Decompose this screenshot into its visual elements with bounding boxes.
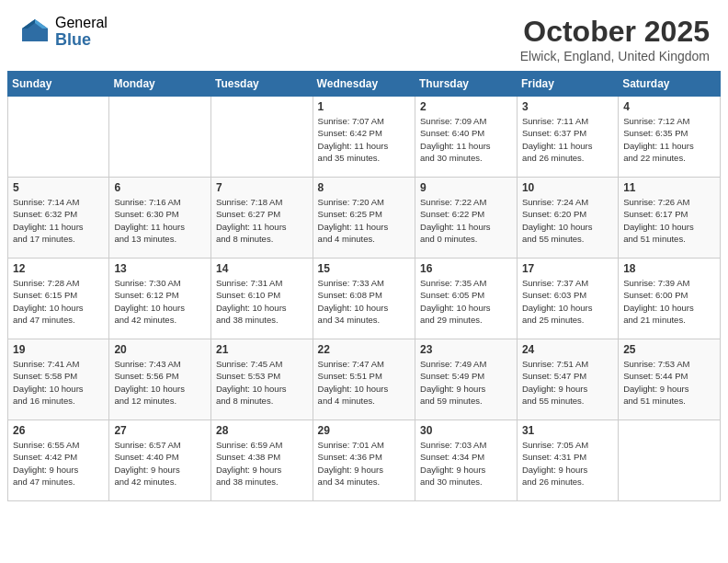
calendar-cell: 26Sunrise: 6:55 AM Sunset: 4:42 PM Dayli…	[8, 420, 109, 501]
day-number: 6	[114, 181, 206, 194]
day-number: 11	[623, 181, 715, 194]
day-info: Sunrise: 7:03 AM Sunset: 4:34 PM Dayligh…	[420, 439, 512, 488]
day-number: 1	[318, 100, 410, 113]
calendar-cell: 15Sunrise: 7:33 AM Sunset: 6:08 PM Dayli…	[313, 259, 415, 339]
day-number: 3	[522, 100, 613, 113]
day-info: Sunrise: 7:43 AM Sunset: 5:56 PM Dayligh…	[114, 358, 206, 407]
day-info: Sunrise: 7:20 AM Sunset: 6:25 PM Dayligh…	[318, 196, 410, 245]
logo-general: General	[55, 15, 108, 31]
calendar-cell: 3Sunrise: 7:11 AM Sunset: 6:37 PM Daylig…	[517, 97, 618, 178]
day-number: 28	[216, 424, 308, 437]
calendar-cell: 20Sunrise: 7:43 AM Sunset: 5:56 PM Dayli…	[109, 339, 211, 420]
day-number: 10	[522, 181, 613, 194]
calendar-cell	[109, 97, 211, 178]
calendar-cell	[8, 97, 109, 178]
logo: General Blue	[18, 15, 108, 49]
day-number: 2	[420, 100, 512, 113]
calendar-cell: 13Sunrise: 7:30 AM Sunset: 6:12 PM Dayli…	[109, 259, 211, 339]
calendar-wrapper: Sunday Monday Tuesday Wednesday Thursday…	[0, 71, 728, 509]
col-monday: Monday	[109, 72, 211, 97]
calendar-cell: 31Sunrise: 7:05 AM Sunset: 4:31 PM Dayli…	[517, 420, 618, 501]
day-info: Sunrise: 6:55 AM Sunset: 4:42 PM Dayligh…	[13, 439, 104, 488]
calendar-cell: 27Sunrise: 6:57 AM Sunset: 4:40 PM Dayli…	[109, 420, 211, 501]
calendar-cell	[619, 420, 721, 501]
day-info: Sunrise: 7:26 AM Sunset: 6:17 PM Dayligh…	[623, 196, 715, 245]
day-info: Sunrise: 7:47 AM Sunset: 5:51 PM Dayligh…	[318, 358, 410, 407]
calendar-week-3: 19Sunrise: 7:41 AM Sunset: 5:58 PM Dayli…	[8, 339, 721, 420]
calendar-week-0: 1Sunrise: 7:07 AM Sunset: 6:42 PM Daylig…	[8, 97, 721, 178]
day-info: Sunrise: 7:33 AM Sunset: 6:08 PM Dayligh…	[318, 277, 410, 326]
calendar-cell: 8Sunrise: 7:20 AM Sunset: 6:25 PM Daylig…	[313, 178, 415, 259]
day-number: 7	[216, 181, 308, 194]
day-number: 22	[318, 343, 410, 356]
calendar-cell: 9Sunrise: 7:22 AM Sunset: 6:22 PM Daylig…	[415, 178, 518, 259]
logo-text: General Blue	[55, 15, 108, 49]
day-info: Sunrise: 7:14 AM Sunset: 6:32 PM Dayligh…	[13, 196, 104, 245]
day-info: Sunrise: 7:01 AM Sunset: 4:36 PM Dayligh…	[318, 439, 410, 488]
day-info: Sunrise: 7:37 AM Sunset: 6:03 PM Dayligh…	[522, 277, 613, 326]
calendar-cell: 7Sunrise: 7:18 AM Sunset: 6:27 PM Daylig…	[210, 178, 313, 259]
day-number: 31	[522, 424, 613, 437]
logo-blue: Blue	[55, 31, 108, 50]
day-number: 30	[420, 424, 512, 437]
day-number: 15	[318, 262, 410, 275]
day-info: Sunrise: 7:18 AM Sunset: 6:27 PM Dayligh…	[216, 196, 308, 245]
day-info: Sunrise: 7:11 AM Sunset: 6:37 PM Dayligh…	[522, 115, 613, 164]
day-number: 5	[13, 181, 104, 194]
day-number: 17	[522, 262, 613, 275]
calendar-cell: 14Sunrise: 7:31 AM Sunset: 6:10 PM Dayli…	[210, 259, 313, 339]
day-number: 14	[216, 262, 308, 275]
calendar-cell: 11Sunrise: 7:26 AM Sunset: 6:17 PM Dayli…	[619, 178, 721, 259]
day-number: 9	[420, 181, 512, 194]
calendar-cell: 22Sunrise: 7:47 AM Sunset: 5:51 PM Dayli…	[313, 339, 415, 420]
day-info: Sunrise: 6:59 AM Sunset: 4:38 PM Dayligh…	[216, 439, 308, 488]
day-info: Sunrise: 7:22 AM Sunset: 6:22 PM Dayligh…	[420, 196, 512, 245]
day-number: 25	[623, 343, 715, 356]
month-title: October 2025	[520, 15, 710, 49]
calendar-cell: 12Sunrise: 7:28 AM Sunset: 6:15 PM Dayli…	[8, 259, 109, 339]
page-header: General Blue October 2025 Elwick, Englan…	[0, 0, 728, 71]
col-thursday: Thursday	[415, 72, 518, 97]
day-info: Sunrise: 7:07 AM Sunset: 6:42 PM Dayligh…	[318, 115, 410, 164]
day-number: 20	[114, 343, 206, 356]
day-number: 12	[13, 262, 104, 275]
calendar-cell: 21Sunrise: 7:45 AM Sunset: 5:53 PM Dayli…	[210, 339, 313, 420]
day-info: Sunrise: 7:53 AM Sunset: 5:44 PM Dayligh…	[623, 358, 715, 407]
calendar-cell: 23Sunrise: 7:49 AM Sunset: 5:49 PM Dayli…	[415, 339, 518, 420]
day-number: 13	[114, 262, 206, 275]
day-number: 18	[623, 262, 715, 275]
calendar-table: Sunday Monday Tuesday Wednesday Thursday…	[7, 71, 721, 501]
logo-icon	[18, 16, 51, 49]
calendar-cell: 2Sunrise: 7:09 AM Sunset: 6:40 PM Daylig…	[415, 97, 518, 178]
day-info: Sunrise: 7:49 AM Sunset: 5:49 PM Dayligh…	[420, 358, 512, 407]
calendar-cell: 16Sunrise: 7:35 AM Sunset: 6:05 PM Dayli…	[415, 259, 518, 339]
calendar-week-1: 5Sunrise: 7:14 AM Sunset: 6:32 PM Daylig…	[8, 178, 721, 259]
calendar-cell: 19Sunrise: 7:41 AM Sunset: 5:58 PM Dayli…	[8, 339, 109, 420]
day-info: Sunrise: 7:39 AM Sunset: 6:00 PM Dayligh…	[623, 277, 715, 326]
day-info: Sunrise: 7:30 AM Sunset: 6:12 PM Dayligh…	[114, 277, 206, 326]
day-info: Sunrise: 7:24 AM Sunset: 6:20 PM Dayligh…	[522, 196, 613, 245]
calendar-cell: 18Sunrise: 7:39 AM Sunset: 6:00 PM Dayli…	[619, 259, 721, 339]
header-row: Sunday Monday Tuesday Wednesday Thursday…	[8, 72, 721, 97]
day-number: 29	[318, 424, 410, 437]
day-number: 26	[13, 424, 104, 437]
col-saturday: Saturday	[619, 72, 721, 97]
day-number: 16	[420, 262, 512, 275]
day-info: Sunrise: 7:05 AM Sunset: 4:31 PM Dayligh…	[522, 439, 613, 488]
calendar-cell	[210, 97, 313, 178]
calendar-cell: 29Sunrise: 7:01 AM Sunset: 4:36 PM Dayli…	[313, 420, 415, 501]
day-number: 27	[114, 424, 206, 437]
day-number: 24	[522, 343, 613, 356]
day-number: 8	[318, 181, 410, 194]
calendar-header: Sunday Monday Tuesday Wednesday Thursday…	[8, 72, 721, 97]
day-info: Sunrise: 7:35 AM Sunset: 6:05 PM Dayligh…	[420, 277, 512, 326]
calendar-week-4: 26Sunrise: 6:55 AM Sunset: 4:42 PM Dayli…	[8, 420, 721, 501]
calendar-cell: 17Sunrise: 7:37 AM Sunset: 6:03 PM Dayli…	[517, 259, 618, 339]
day-info: Sunrise: 7:28 AM Sunset: 6:15 PM Dayligh…	[13, 277, 104, 326]
calendar-cell: 30Sunrise: 7:03 AM Sunset: 4:34 PM Dayli…	[415, 420, 518, 501]
day-number: 21	[216, 343, 308, 356]
col-friday: Friday	[517, 72, 618, 97]
calendar-cell: 25Sunrise: 7:53 AM Sunset: 5:44 PM Dayli…	[619, 339, 721, 420]
day-info: Sunrise: 7:09 AM Sunset: 6:40 PM Dayligh…	[420, 115, 512, 164]
calendar-body: 1Sunrise: 7:07 AM Sunset: 6:42 PM Daylig…	[8, 97, 721, 501]
